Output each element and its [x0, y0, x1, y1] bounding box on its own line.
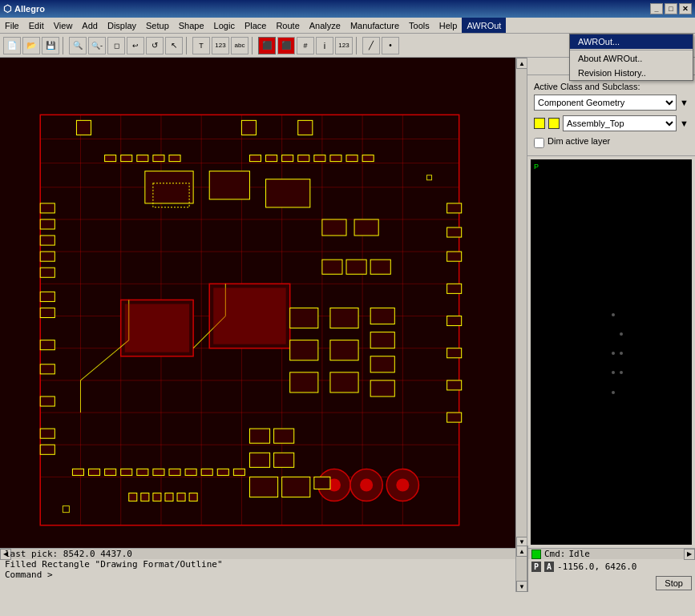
filled-rect-text: Filled Rectangle "Drawing Format/Outline…: [5, 559, 511, 570]
menu-view[interactable]: View: [49, 18, 78, 33]
maximize-button[interactable]: □: [665, 3, 677, 14]
svg-rect-33: [40, 429, 55, 438]
menu-display[interactable]: Display: [103, 18, 141, 33]
toolbar-dot[interactable]: •: [382, 37, 399, 54]
svg-rect-62: [121, 469, 132, 475]
menu-awrout[interactable]: AWROut: [462, 18, 506, 33]
toolbar-grid[interactable]: #: [297, 37, 314, 54]
svg-rect-30: [40, 340, 55, 350]
svg-rect-25: [40, 236, 55, 245]
toolbar-sep-4: [356, 37, 359, 54]
toolbar-sep-1: [63, 37, 66, 54]
svg-rect-58: [362, 155, 374, 162]
svg-rect-41: [447, 380, 462, 390]
status-left: last pick: 8542.0 4437.0 Filled Rectangl…: [0, 546, 515, 592]
pcb-canvas[interactable]: COMPONENT SIDE LAYER 1: [0, 58, 515, 548]
dim-active-layer-checkbox[interactable]: [534, 138, 544, 148]
toolbar-refresh[interactable]: ↺: [146, 37, 164, 54]
svg-rect-104: [370, 380, 394, 397]
p-label: P: [531, 562, 541, 572]
menu-place[interactable]: Place: [240, 18, 272, 33]
subclass-dropdown-row: Assembly_TopAssembly_BottomSilkscreen_To…: [534, 115, 689, 131]
svg-rect-105: [249, 429, 269, 443]
svg-rect-49: [153, 155, 164, 162]
toolbar-pointer[interactable]: ↖: [165, 37, 183, 54]
toolbar-zoom-prev[interactable]: ↩: [127, 37, 144, 54]
svg-rect-66: [185, 469, 196, 475]
command-prompt[interactable]: Command >: [5, 570, 511, 580]
menu-route[interactable]: Route: [271, 18, 304, 33]
a-label: A: [544, 562, 554, 572]
main-area: COMPONENT SIDE LAYER 1 ▲ ▼: [0, 58, 695, 544]
active-class-label: Active Class and Subclass:: [534, 82, 689, 91]
menu-edit[interactable]: Edit: [24, 18, 49, 33]
svg-rect-55: [314, 155, 325, 162]
svg-rect-80: [322, 260, 342, 274]
svg-rect-54: [298, 155, 309, 162]
toolbar-text3[interactable]: abc: [231, 37, 249, 54]
svg-rect-95: [290, 308, 318, 328]
subclass-dropdown[interactable]: Assembly_TopAssembly_BottomSilkscreen_To…: [563, 115, 677, 131]
svg-rect-68: [217, 469, 228, 475]
coords-section: P A -1156.0, 6426.0: [531, 562, 692, 572]
svg-point-87: [360, 478, 373, 491]
toolbar-line[interactable]: ╱: [362, 37, 380, 54]
vertical-scrollbar[interactable]: ▲ ▼: [515, 58, 527, 548]
svg-rect-72: [153, 493, 161, 501]
scroll-up-button[interactable]: ▲: [516, 58, 527, 69]
svg-rect-61: [105, 469, 116, 475]
minimize-button[interactable]: _: [650, 3, 663, 14]
svg-rect-70: [129, 493, 137, 501]
app-title: Allegro: [14, 4, 45, 14]
svg-rect-53: [282, 155, 293, 162]
menu-setup[interactable]: Setup: [141, 18, 174, 33]
menu-tools[interactable]: Tools: [404, 18, 434, 33]
menu-shape[interactable]: Shape: [174, 18, 209, 33]
svg-rect-78: [322, 219, 346, 236]
mini-canvas: P: [531, 159, 692, 545]
svg-rect-96: [330, 308, 358, 328]
toolbar-color1[interactable]: ⬛: [258, 37, 276, 54]
svg-rect-46: [105, 155, 116, 162]
status-vscroll[interactable]: ▲ ▼: [515, 546, 527, 592]
menu-file[interactable]: File: [0, 18, 24, 33]
awrout-menu-item[interactable]: AWROut...: [570, 34, 693, 49]
toolbar-zoom-out[interactable]: 🔍-: [88, 37, 106, 54]
toolbar-info[interactable]: i: [316, 37, 333, 54]
svg-rect-48: [137, 155, 148, 162]
toolbar-new[interactable]: 📄: [3, 37, 21, 54]
svg-rect-79: [354, 219, 378, 236]
subclass-color-box-1: [534, 118, 545, 129]
menu-analyze[interactable]: Analyze: [305, 18, 345, 33]
menu-help[interactable]: Help: [434, 18, 463, 33]
svg-rect-51: [249, 155, 261, 162]
dim-active-layer-row: Dim active layer: [534, 136, 689, 149]
title-bar: ⬡ Allegro _ □ ✕: [0, 0, 695, 18]
about-awrout-item[interactable]: About AWROut..: [570, 51, 693, 66]
svg-rect-63: [137, 469, 148, 475]
stop-button[interactable]: Stop: [656, 576, 692, 590]
toolbar-open[interactable]: 📂: [22, 37, 40, 54]
toolbar-color2[interactable]: ⬛: [277, 37, 295, 54]
scroll-track[interactable]: [516, 69, 527, 537]
svg-rect-71: [141, 493, 149, 501]
class-dropdown[interactable]: Component GeometryEtchBoard GeometryPack…: [534, 95, 677, 111]
toolbar-zoom-fit[interactable]: ◻: [107, 37, 125, 54]
menu-logic[interactable]: Logic: [209, 18, 240, 33]
toolbar-zoom-in[interactable]: 🔍: [69, 37, 87, 54]
menu-manufacture[interactable]: Manufacture: [345, 18, 404, 33]
toolbar-num[interactable]: 123: [335, 37, 353, 54]
close-button[interactable]: ✕: [679, 3, 692, 14]
toolbar-save[interactable]: 💾: [42, 37, 59, 54]
coordinates: -1156.0, 6426.0: [557, 562, 636, 572]
toolbar-text2[interactable]: 123: [212, 37, 229, 54]
active-class-section: Active Class and Subclass: Component Geo…: [527, 75, 695, 156]
status-scroll-up[interactable]: ▲: [516, 546, 527, 557]
toolbar-text[interactable]: T: [192, 37, 210, 54]
revision-history-item[interactable]: Revision History..: [570, 66, 693, 80]
canvas-main: COMPONENT SIDE LAYER 1 ▲ ▼: [0, 58, 695, 544]
status-scroll-down[interactable]: ▼: [516, 581, 527, 592]
svg-rect-23: [40, 203, 55, 213]
svg-rect-57: [346, 155, 358, 162]
menu-add[interactable]: Add: [77, 18, 103, 33]
